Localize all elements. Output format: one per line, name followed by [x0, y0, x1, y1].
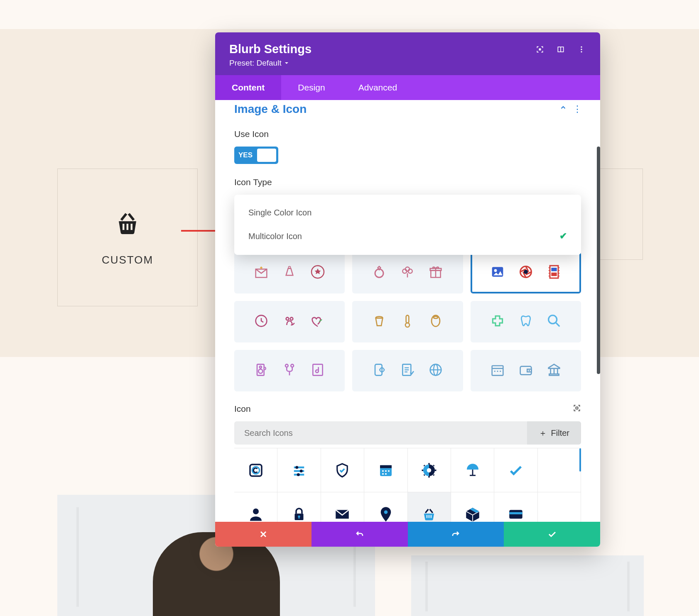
section-title[interactable]: Image & Icon	[234, 103, 307, 116]
modal-header: Blurb Settings Preset: Default	[215, 32, 600, 75]
icon-pack-gift-star[interactable]	[234, 252, 345, 293]
svg-rect-2	[131, 224, 133, 230]
modal-footer	[215, 522, 600, 547]
star-badge-icon	[309, 264, 326, 282]
preset-dropdown[interactable]: Preset: Default	[229, 59, 535, 68]
expand-icon[interactable]	[573, 404, 581, 414]
tab-advanced[interactable]: Advanced	[342, 75, 414, 100]
option-single-color-label: Single Color Icon	[248, 208, 311, 218]
chevron-down-icon	[284, 61, 289, 66]
icon-pack-media[interactable]	[471, 252, 581, 293]
svg-point-80	[297, 473, 300, 476]
icon-option-map-pin[interactable]	[364, 492, 407, 522]
picture-icon	[489, 264, 506, 282]
columns-icon[interactable]	[556, 45, 565, 54]
svg-rect-51	[375, 364, 382, 376]
icon-grid-scrollbar[interactable]	[579, 448, 581, 472]
filter-button[interactable]: ＋ Filter	[527, 421, 581, 445]
globe-icon	[427, 362, 444, 380]
tabs: Content Design Advanced	[215, 75, 600, 100]
svg-point-64	[500, 371, 501, 372]
modal-title: Blurb Settings	[229, 42, 535, 56]
icon-pack-music[interactable]	[234, 350, 345, 391]
icon-option-calendar-month[interactable]	[364, 448, 407, 492]
tab-content[interactable]: Content	[215, 75, 281, 100]
giftbox-icon	[427, 264, 444, 282]
icon-option-shield-check[interactable]	[321, 448, 364, 492]
copyright-circle-icon	[247, 462, 265, 479]
icon-type-dropdown: Single Color Icon Multicolor Icon ✔	[234, 195, 581, 255]
svg-rect-25	[550, 266, 558, 278]
svg-point-10	[581, 51, 582, 52]
card-custom-label: CUSTOM	[102, 254, 153, 266]
use-icon-toggle[interactable]: YES	[234, 147, 278, 164]
svg-point-8	[581, 46, 582, 48]
calendar-month-icon	[377, 462, 395, 479]
card-custom[interactable]: CUSTOM	[57, 169, 198, 306]
plus-icon: ＋	[539, 428, 547, 439]
svg-point-41	[432, 315, 440, 327]
save-button[interactable]	[504, 522, 600, 547]
svg-point-24	[524, 270, 528, 274]
credit-card-icon	[507, 506, 525, 522]
svg-point-95	[384, 510, 388, 514]
collapse-icon[interactable]	[559, 104, 567, 115]
icon-option-lock[interactable]	[277, 492, 321, 522]
icon-option-user[interactable]	[234, 492, 277, 522]
svg-line-44	[556, 323, 559, 326]
svg-point-42	[434, 316, 438, 318]
undo-button[interactable]	[311, 522, 408, 547]
focus-icon[interactable]	[535, 45, 544, 54]
section-more-icon[interactable]: ⋮	[573, 104, 581, 115]
svg-rect-85	[388, 470, 390, 472]
ring-icon	[371, 264, 388, 282]
svg-rect-60	[492, 366, 503, 375]
check-icon	[507, 462, 525, 479]
phone-gear-icon	[371, 362, 388, 380]
icon-pack-tech[interactable]	[352, 350, 463, 391]
icon-option-package[interactable]	[451, 492, 494, 522]
option-multicolor[interactable]: Multicolor Icon ✔	[234, 224, 581, 248]
more-icon[interactable]	[577, 45, 586, 54]
icon-option-check[interactable]	[494, 448, 537, 492]
svg-rect-86	[382, 473, 384, 475]
svg-point-46	[258, 369, 262, 373]
svg-point-90	[253, 508, 259, 514]
scrollbar[interactable]	[597, 147, 600, 374]
leaf-heart-icon	[309, 313, 326, 331]
svg-point-38	[290, 318, 293, 320]
umbrella-stand-icon	[464, 462, 481, 479]
icon-pack-honey[interactable]	[352, 301, 463, 342]
svg-point-88	[427, 468, 432, 472]
redo-button[interactable]	[408, 522, 504, 547]
toggle-value: YES	[238, 151, 253, 159]
svg-rect-97	[429, 515, 429, 518]
package-icon	[464, 506, 481, 522]
mail-icon	[334, 506, 351, 522]
svg-point-40	[405, 323, 410, 327]
search-input[interactable]	[234, 421, 527, 445]
icon-option-basket-hover[interactable]	[408, 492, 451, 522]
basket-icon	[113, 209, 142, 239]
option-multicolor-label: Multicolor Icon	[248, 232, 302, 241]
thermometer-icon	[399, 313, 416, 331]
icon-pack-medical[interactable]	[471, 301, 581, 342]
icon-option-mail[interactable]	[321, 492, 364, 522]
tab-design[interactable]: Design	[281, 75, 341, 100]
icon-pack-jewelry[interactable]	[352, 252, 463, 293]
film-strip-icon	[546, 264, 562, 282]
speaker-box-icon	[253, 362, 270, 380]
icon-option-empty2	[538, 492, 581, 522]
icon-option-credit-card[interactable]	[494, 492, 537, 522]
icon-option-gear-half[interactable]	[408, 448, 451, 492]
icon-option-empty1	[538, 448, 581, 492]
magnifier-icon	[546, 313, 562, 331]
icon-option-umbrella-stand[interactable]	[451, 448, 494, 492]
icon-option-copyright-circle[interactable]	[234, 448, 277, 492]
tag-bow-icon	[281, 264, 298, 282]
cancel-button[interactable]	[215, 522, 311, 547]
icon-option-sliders[interactable]	[277, 448, 321, 492]
option-single-color[interactable]: Single Color Icon	[234, 201, 581, 224]
icon-pack-heart-pet[interactable]	[234, 301, 345, 342]
icon-pack-finance[interactable]	[471, 350, 581, 391]
